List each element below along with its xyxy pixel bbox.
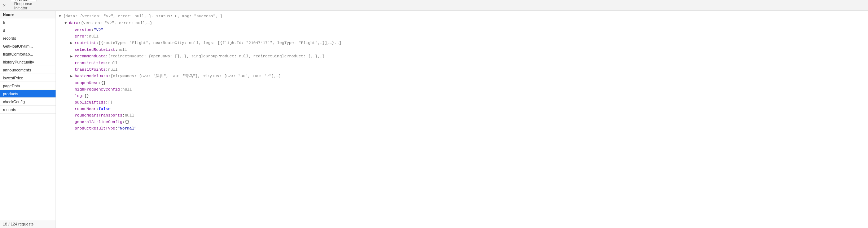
json-line: roundNearsTransports: null <box>59 112 865 119</box>
sidebar-item-getfloat[interactable]: GetFloatUI?tim... <box>0 42 56 50</box>
json-line: selectedRouteList: null <box>59 47 865 53</box>
json-key: roundNear <box>75 106 96 112</box>
json-key: basicModelData <box>75 73 108 79</box>
json-line: generalAirlineConfig: {} <box>59 119 865 125</box>
json-key: highFrequencyConfig <box>75 86 120 93</box>
json-key: productResultType <box>75 125 115 132</box>
json-key: version <box>75 27 91 33</box>
sidebar-item-h[interactable]: h <box>0 18 56 26</box>
json-key: transitPoints <box>75 66 106 73</box>
json-key: recommendData <box>75 53 106 60</box>
json-line: ▶recommendData: {redirectMRoute: {openJa… <box>59 53 865 60</box>
json-line: productResultType: "Normal" <box>59 125 865 132</box>
sidebar-item-announcements[interactable]: announcements <box>0 66 56 74</box>
json-value: null <box>108 66 117 73</box>
close-area: × <box>0 0 10 10</box>
json-key: transitCities <box>75 60 106 66</box>
json-line: roundNear: false <box>59 106 865 112</box>
json-value: null <box>108 60 117 66</box>
sidebar-header: Name <box>0 11 56 18</box>
json-toggle[interactable]: ▶ <box>70 53 74 60</box>
sidebar-item-flightcomfort[interactable]: flightComfortab... <box>0 50 56 58</box>
json-summary: [{routeType: "Flight", nearRouteCity: nu… <box>98 40 341 46</box>
sidebar-item-historypunctuality[interactable]: historyPunctuality <box>0 58 56 66</box>
json-value: {} <box>125 119 130 125</box>
sidebar-item-records-1[interactable]: records <box>0 34 56 42</box>
preview-panel: ▼{data: {version: "V2", error: null,…}, … <box>56 11 868 228</box>
main-panel: Name hdrecordsGetFloatUI?tim...flightCom… <box>0 11 868 228</box>
json-key: publicGiftIds <box>75 99 106 106</box>
sidebar-item-d[interactable]: d <box>0 26 56 34</box>
json-value: null <box>125 112 134 119</box>
json-summary: {cityNames: {SZX: "深圳", TAO: "青岛"}, city… <box>110 73 281 79</box>
json-value: false <box>98 106 110 112</box>
sidebar-footer: 18 / 124 requests <box>0 220 56 228</box>
json-toggle[interactable]: ▶ <box>70 73 74 80</box>
json-value: null <box>122 86 132 93</box>
json-line: highFrequencyConfig: null <box>59 86 865 93</box>
json-value: "Normal" <box>118 125 137 132</box>
json-key: log <box>75 93 82 99</box>
json-line: couponDesc: {} <box>59 80 865 86</box>
json-line: ▶routeList: [{routeType: "Flight", nearR… <box>59 40 865 47</box>
json-toggle[interactable]: ▼ <box>65 20 68 27</box>
json-line: ▶basicModelData: {cityNames: {SZX: "深圳",… <box>59 73 865 80</box>
tab-response[interactable]: Response <box>10 1 37 6</box>
json-value: {} <box>101 80 106 86</box>
sidebar-item-pagedata[interactable]: pageData <box>0 82 56 90</box>
json-toggle[interactable]: ▶ <box>70 40 74 47</box>
sidebar-item-products[interactable]: products <box>0 90 56 98</box>
json-value: "V2" <box>94 27 103 33</box>
json-line: ▼data: {version: "V2", error: null,…} <box>59 20 865 27</box>
json-root-summary: {data: {version: "V2", error: null,…}, s… <box>63 13 223 19</box>
close-icon[interactable]: × <box>3 3 6 8</box>
json-line: ▼{data: {version: "V2", error: null,…}, … <box>59 13 865 20</box>
json-line: transitCities: null <box>59 60 865 66</box>
json-key: error <box>75 33 87 40</box>
json-key: couponDesc <box>75 80 98 86</box>
json-key: routeList <box>75 40 96 46</box>
json-key: generalAirlineConfig <box>75 119 122 125</box>
json-line: error: null <box>59 33 865 40</box>
json-line: transitPoints: null <box>59 66 865 73</box>
tab-initiator[interactable]: Initiator <box>10 6 37 10</box>
json-toggle[interactable]: ▼ <box>59 13 62 20</box>
sidebar-item-records-2[interactable]: records <box>0 106 56 114</box>
json-line: log: {} <box>59 93 865 99</box>
json-value: [] <box>108 99 113 106</box>
json-value: {} <box>84 93 89 99</box>
json-key: data <box>69 20 78 26</box>
json-line: version: "V2" <box>59 27 865 33</box>
tab-bar: × HeadersPreviewResponseInitiatorTimingC… <box>0 0 868 11</box>
sidebar-item-checkconfig[interactable]: checkConfig <box>0 98 56 106</box>
json-key: roundNearsTransports <box>75 112 122 119</box>
json-line: publicGiftIds: [] <box>59 99 865 106</box>
json-tree: ▼{data: {version: "V2", error: null,…}, … <box>56 12 868 132</box>
json-value: null <box>118 47 127 53</box>
sidebar-item-lowestprice[interactable]: lowestPrice <box>0 74 56 82</box>
json-summary: {version: "V2", error: null,…} <box>81 20 152 26</box>
json-key: selectedRouteList <box>75 47 115 53</box>
json-summary: {redirectMRoute: {openJaws: [],…}, singl… <box>108 53 325 60</box>
json-value: null <box>89 33 98 40</box>
network-sidebar: Name hdrecordsGetFloatUI?tim...flightCom… <box>0 11 56 228</box>
